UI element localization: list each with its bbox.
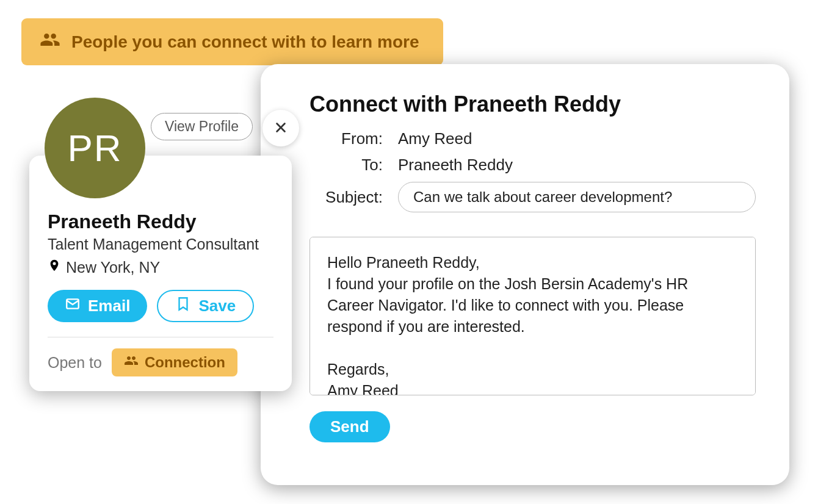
save-button[interactable]: Save <box>157 290 254 322</box>
email-label: Email <box>88 297 130 315</box>
profile-card: PR Praneeth Reddy Talent Management Cons… <box>29 156 292 391</box>
to-value: Praneeth Reddy <box>398 156 756 175</box>
to-label: To: <box>309 156 383 175</box>
banner-text: People you can connect with to learn mor… <box>71 32 419 52</box>
close-icon <box>274 118 288 139</box>
connect-banner: People you can connect with to learn mor… <box>21 18 443 65</box>
profile-actions: Email Save <box>48 290 273 322</box>
location-text: New York, NY <box>66 259 160 276</box>
save-label: Save <box>198 297 236 315</box>
location-pin-icon <box>48 257 61 278</box>
subject-input[interactable] <box>398 182 756 212</box>
profile-location: New York, NY <box>48 257 273 278</box>
profile-title: Talent Management Consultant <box>48 236 273 253</box>
subject-row: Subject: <box>309 182 756 212</box>
open-to-label: Open to <box>48 354 102 372</box>
connection-badge-text: Connection <box>145 354 225 371</box>
compose-title: Connect with Praneeth Reddy <box>309 92 756 117</box>
message-textarea[interactable] <box>309 237 756 395</box>
from-value: Amy Reed <box>398 129 756 148</box>
avatar: PR <box>45 98 145 198</box>
from-row: From: Amy Reed <box>309 129 756 148</box>
divider <box>48 337 273 337</box>
people-icon <box>40 29 60 54</box>
people-icon <box>124 353 139 372</box>
open-to-row: Open to Connection <box>48 348 273 376</box>
close-button[interactable] <box>262 110 299 146</box>
view-profile-button[interactable]: View Profile <box>151 113 253 140</box>
to-row: To: Praneeth Reddy <box>309 156 756 175</box>
avatar-initials: PR <box>67 126 122 170</box>
connection-badge: Connection <box>112 348 237 376</box>
from-label: From: <box>309 129 383 148</box>
email-icon <box>65 296 81 316</box>
profile-name: Praneeth Reddy <box>48 211 273 233</box>
email-button[interactable]: Email <box>48 290 147 322</box>
subject-label: Subject: <box>309 188 383 207</box>
compose-panel: Connect with Praneeth Reddy From: Amy Re… <box>261 64 789 485</box>
send-button[interactable]: Send <box>309 411 390 442</box>
bookmark-icon <box>175 296 191 316</box>
